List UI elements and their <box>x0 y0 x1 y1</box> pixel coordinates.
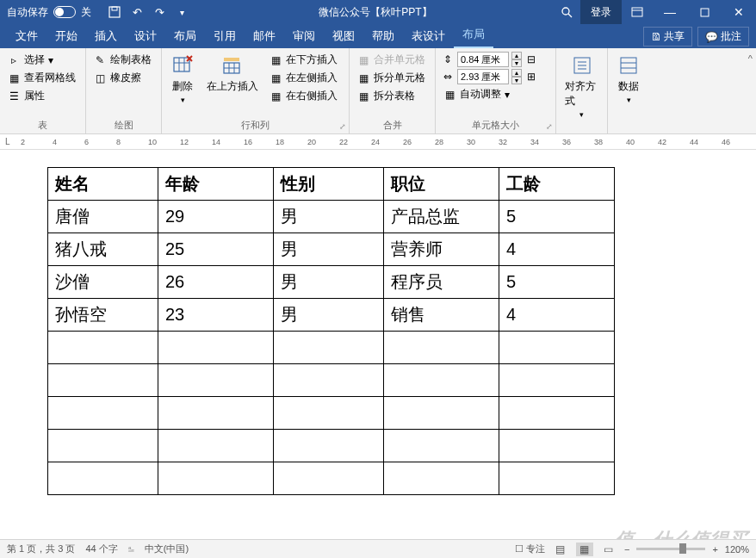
table-cell[interactable]: 销售 <box>384 299 499 332</box>
undo-icon[interactable]: ↶ <box>129 4 145 20</box>
table-cell[interactable]: 5 <box>499 266 615 299</box>
table-cell[interactable] <box>158 332 274 364</box>
table-cell[interactable] <box>499 332 615 364</box>
tab-insert[interactable]: 插入 <box>86 24 126 48</box>
header-cell[interactable]: 姓名 <box>48 168 158 201</box>
eraser-button[interactable]: ◫橡皮擦 <box>91 70 153 86</box>
table-cell[interactable] <box>274 430 384 462</box>
table-cell[interactable]: 唐僧 <box>48 201 158 233</box>
table-cell[interactable]: 男 <box>274 266 384 299</box>
height-down-icon[interactable]: ▼ <box>511 59 522 67</box>
gridlines-button[interactable]: ▦查看网格线 <box>5 70 77 86</box>
table-cell[interactable]: 23 <box>158 299 274 332</box>
print-layout-icon[interactable]: ▦ <box>576 542 593 556</box>
spellcheck-icon[interactable]: ⎁ <box>128 542 134 555</box>
zoom-out-icon[interactable]: − <box>624 544 629 555</box>
save-icon[interactable] <box>107 4 122 20</box>
table-cell[interactable]: 猪八戒 <box>48 233 158 266</box>
table-cell[interactable] <box>158 430 274 462</box>
focus-mode[interactable]: ☐ 专注 <box>515 542 545 555</box>
table-cell[interactable] <box>499 397 615 430</box>
read-mode-icon[interactable]: ▤ <box>552 542 569 556</box>
alignment-button[interactable]: 对齐方式▾ <box>561 52 602 130</box>
table-cell[interactable] <box>384 397 499 430</box>
tab-mailings[interactable]: 邮件 <box>245 24 284 48</box>
width-up-icon[interactable]: ▲ <box>511 69 522 77</box>
split-table-button[interactable]: ▦拆分表格 <box>355 88 427 104</box>
autofit-button[interactable]: ▦自动调整 ▾ <box>441 86 538 102</box>
tab-table-design[interactable]: 表设计 <box>403 24 454 48</box>
properties-button[interactable]: ☰属性 <box>5 88 77 104</box>
insert-below-button[interactable]: ▦在下方插入 <box>267 52 339 68</box>
table-cell[interactable]: 男 <box>274 299 384 332</box>
collapse-ribbon-icon[interactable]: ^ <box>748 53 753 64</box>
tab-help[interactable]: 帮助 <box>363 24 403 48</box>
login-button[interactable]: 登录 <box>580 0 622 24</box>
width-input[interactable] <box>457 69 509 84</box>
table-cell[interactable]: 5 <box>499 201 615 233</box>
table-cell[interactable] <box>499 462 615 495</box>
tab-file[interactable]: 文件 <box>7 24 46 48</box>
insert-right-button[interactable]: ▦在右侧插入 <box>267 88 339 104</box>
language-indicator[interactable]: 中文(中国) <box>145 542 189 555</box>
header-cell[interactable]: 性别 <box>274 168 384 201</box>
web-layout-icon[interactable]: ▭ <box>600 542 617 556</box>
distribute-rows-icon[interactable]: ⊟ <box>524 53 538 66</box>
ruler-tab-icon[interactable]: L <box>5 137 10 146</box>
page-indicator[interactable]: 第 1 页，共 3 页 <box>7 542 75 555</box>
tab-home[interactable]: 开始 <box>46 24 86 48</box>
height-up-icon[interactable]: ▲ <box>511 52 522 59</box>
split-cells-button[interactable]: ▦拆分单元格 <box>355 70 427 86</box>
tab-references[interactable]: 引用 <box>205 24 245 48</box>
tab-view[interactable]: 视图 <box>324 24 363 48</box>
width-down-icon[interactable]: ▼ <box>511 77 522 84</box>
table-cell[interactable] <box>384 462 499 495</box>
document-table[interactable]: 姓名 年龄 性别 职位 工龄 唐僧29男产品总监5猪八戒25男营养师4沙僧26男… <box>47 167 615 495</box>
table-cell[interactable] <box>48 332 158 364</box>
table-cell[interactable]: 营养师 <box>384 233 499 266</box>
toggle-switch[interactable] <box>53 6 76 18</box>
tab-table-layout[interactable]: 布局 <box>454 22 493 48</box>
table-cell[interactable]: 26 <box>158 266 274 299</box>
header-cell[interactable]: 职位 <box>384 168 499 201</box>
table-cell[interactable]: 29 <box>158 201 274 233</box>
table-cell[interactable]: 孙悟空 <box>48 299 158 332</box>
dialog-launcher-icon[interactable]: ⤢ <box>546 122 553 131</box>
select-button[interactable]: ▹选择 ▾ <box>5 52 77 68</box>
table-cell[interactable]: 25 <box>158 233 274 266</box>
zoom-slider[interactable] <box>636 548 705 550</box>
share-button[interactable]: 🖻 共享 <box>643 27 692 46</box>
tab-design[interactable]: 设计 <box>126 24 165 48</box>
data-button[interactable]: 数据▾ <box>613 52 644 130</box>
table-cell[interactable]: 4 <box>499 299 615 332</box>
horizontal-ruler[interactable]: L 24681012141618202224262830323436384042… <box>0 134 756 150</box>
table-cell[interactable] <box>499 364 615 397</box>
table-cell[interactable]: 程序员 <box>384 266 499 299</box>
table-cell[interactable] <box>274 364 384 397</box>
table-cell[interactable]: 4 <box>499 233 615 266</box>
table-cell[interactable] <box>158 397 274 430</box>
header-cell[interactable]: 年龄 <box>158 168 274 201</box>
height-input[interactable] <box>457 52 509 67</box>
table-cell[interactable] <box>274 462 384 495</box>
table-cell[interactable] <box>384 430 499 462</box>
redo-icon[interactable]: ↷ <box>152 4 167 20</box>
maximize-icon[interactable] <box>687 0 722 24</box>
table-cell[interactable] <box>158 462 274 495</box>
table-cell[interactable] <box>384 364 499 397</box>
search-icon[interactable] <box>553 0 580 24</box>
dialog-launcher-icon[interactable]: ⤢ <box>339 122 346 131</box>
table-cell[interactable]: 沙僧 <box>48 266 158 299</box>
table-cell[interactable] <box>48 430 158 462</box>
table-cell[interactable] <box>48 397 158 430</box>
header-cell[interactable]: 工龄 <box>499 168 615 201</box>
close-icon[interactable]: ✕ <box>722 0 756 24</box>
minimize-icon[interactable]: — <box>653 0 687 24</box>
tab-review[interactable]: 审阅 <box>284 24 324 48</box>
qat-dropdown-icon[interactable]: ▾ <box>174 4 189 20</box>
zoom-level[interactable]: 120% <box>725 544 749 555</box>
table-cell[interactable] <box>384 332 499 364</box>
table-cell[interactable]: 产品总监 <box>384 201 499 233</box>
table-cell[interactable]: 男 <box>274 201 384 233</box>
draw-table-button[interactable]: ✎绘制表格 <box>91 52 153 68</box>
